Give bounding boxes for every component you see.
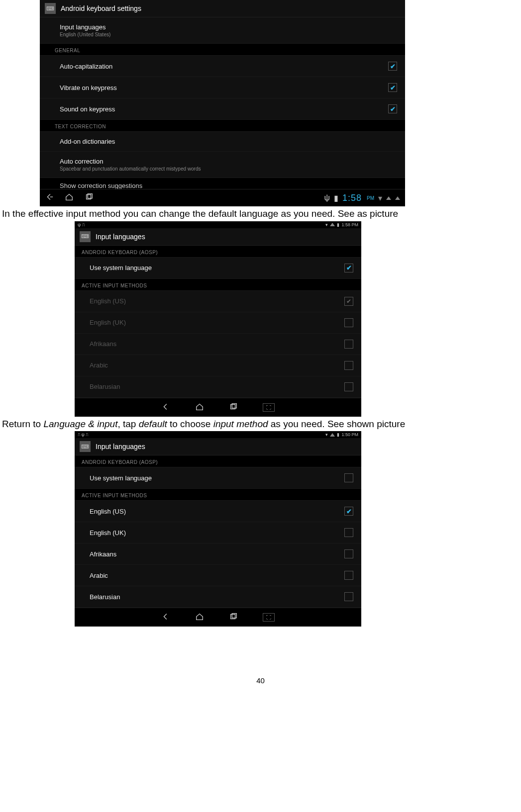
back-icon[interactable]	[45, 192, 54, 203]
show-sugg-label: Show correction suggestions	[60, 182, 142, 189]
row-vibrate[interactable]: Vibrate on keypress	[40, 77, 405, 98]
section-android-kb: ANDROID KEYBOARD (AOSP)	[75, 455, 361, 467]
row-lang-arabic[interactable]: Arabic	[75, 355, 361, 376]
signal-icon	[330, 223, 335, 226]
lang-checkbox[interactable]	[344, 592, 353, 601]
sound-label: Sound on keypress	[60, 105, 115, 113]
screenshot-input-languages: ⎍ ψ ⎍ ▾▮1:50 PM ⌨ Input languages ANDROI…	[75, 431, 361, 627]
row-lang-arabic[interactable]: Arabic	[75, 565, 361, 586]
titlebar: ⌨ Android keyboard settings	[40, 0, 405, 17]
row-auto-correction[interactable]: Auto correction Spacebar and punctuation…	[40, 152, 405, 178]
section-active-methods: ACTIVE INPUT METHODS	[75, 279, 361, 291]
row-auto-capitalization[interactable]: Auto-capitalization	[40, 56, 405, 77]
row-use-system-lang[interactable]: Use system language	[75, 258, 361, 279]
row-addon-dict[interactable]: Add-on dictionaries	[40, 132, 405, 152]
home-icon[interactable]	[195, 402, 204, 413]
lang-label: Arabic	[90, 572, 108, 579]
keyboard-icon: ⌨	[80, 231, 91, 242]
recents-icon[interactable]	[229, 612, 238, 623]
lang-label: Belarusian	[90, 593, 120, 601]
battery-icon: ▮	[334, 193, 338, 203]
autocorr-sub: Spacebar and punctuation automatically c…	[60, 166, 201, 172]
titlebar: ⌨ Input languages	[75, 228, 361, 246]
lang-label: English (US)	[90, 508, 126, 515]
t2-input-method: input method	[213, 419, 268, 429]
row-lang-en-uk[interactable]: English (UK)	[75, 522, 361, 543]
system-navbar: ψ ▮ 1:58PM ▾	[40, 189, 405, 206]
use-sys-checkbox[interactable]	[344, 264, 353, 272]
lang-checkbox[interactable]	[344, 318, 353, 327]
lang-label: Arabic	[90, 361, 108, 369]
clock-time: 1:58	[342, 193, 362, 203]
auto-cap-label: Auto-capitalization	[60, 63, 112, 70]
titlebar: ⌨ Input languages	[75, 438, 361, 455]
page-number: 40	[0, 676, 521, 685]
t2-default: default	[139, 419, 167, 429]
input-languages-sub: English (United States)	[60, 32, 110, 37]
home-icon[interactable]	[195, 612, 204, 623]
status-bar: ψ ⎍ ▾▮1:58 PM	[75, 221, 361, 228]
lang-label: English (US)	[90, 297, 126, 305]
t2d: as you need. See shown picture	[268, 419, 406, 429]
document-page: ⌨ Android keyboard settings Input langua…	[0, 0, 521, 715]
screenshot-input-languages-dim: ψ ⎍ ▾▮1:58 PM ⌨ Input languages ANDROID …	[75, 221, 361, 417]
screenshot-keyboard-settings: ⌨ Android keyboard settings Input langua…	[40, 0, 405, 206]
system-navbar: ⛶	[75, 608, 361, 627]
lang-checkbox[interactable]	[344, 549, 353, 558]
section-general: GENERAL	[40, 44, 405, 56]
recents-icon[interactable]	[85, 192, 94, 203]
lang-label: Afrikaans	[90, 550, 116, 558]
clock: 1:50 PM	[341, 432, 358, 437]
system-navbar: ⛶	[75, 398, 361, 417]
recents-icon[interactable]	[229, 402, 238, 413]
row-lang-en-us[interactable]: English (US)	[75, 291, 361, 312]
home-icon[interactable]	[65, 192, 74, 203]
clock-pm: PM	[367, 195, 374, 201]
row-show-suggestions-cut: Show correction suggestions	[40, 178, 405, 189]
body-text-1: In the effective input method you can ch…	[0, 206, 521, 221]
row-lang-belarusian[interactable]: Belarusian	[75, 586, 361, 608]
keyboard-icon: ⌨	[45, 3, 56, 14]
lang-checkbox[interactable]	[344, 361, 353, 370]
back-icon[interactable]	[161, 402, 170, 413]
screen-title: Input languages	[96, 233, 145, 241]
t2b: , tap	[117, 419, 138, 429]
screen-title: Android keyboard settings	[61, 4, 141, 12]
sound-checkbox[interactable]	[388, 104, 397, 113]
section-active-methods: ACTIVE INPUT METHODS	[75, 489, 361, 501]
lang-checkbox[interactable]	[344, 507, 353, 516]
use-sys-label: Use system language	[90, 474, 152, 482]
back-icon[interactable]	[161, 612, 170, 623]
wifi-icon: ▾	[325, 432, 328, 437]
lang-checkbox[interactable]	[344, 528, 353, 537]
auto-cap-checkbox[interactable]	[388, 62, 397, 71]
screen-title: Input languages	[96, 443, 145, 451]
t2c: to choose	[167, 419, 213, 429]
use-sys-checkbox[interactable]	[344, 473, 353, 482]
screenshot-icon[interactable]: ⛶	[263, 403, 275, 412]
lang-checkbox[interactable]	[344, 340, 353, 349]
lang-checkbox[interactable]	[344, 571, 353, 580]
clock: 1:58 PM	[341, 222, 358, 227]
vibrate-label: Vibrate on keypress	[60, 84, 117, 91]
lang-label: English (UK)	[90, 529, 126, 537]
signal-icon	[330, 433, 335, 437]
row-lang-en-uk[interactable]: English (UK)	[75, 312, 361, 334]
lang-label: Belarusian	[90, 383, 120, 390]
lang-checkbox[interactable]	[344, 382, 353, 391]
row-input-languages[interactable]: Input languages English (United States)	[40, 17, 405, 44]
section-android-kb: ANDROID KEYBOARD (AOSP)	[75, 246, 361, 258]
vibrate-checkbox[interactable]	[388, 83, 397, 92]
row-sound[interactable]: Sound on keypress	[40, 98, 405, 120]
signal-icon	[386, 196, 391, 200]
screenshot-icon[interactable]: ⛶	[263, 613, 275, 622]
t2-lang-input: Language & input	[43, 419, 117, 429]
row-lang-en-us[interactable]: English (US)	[75, 501, 361, 522]
lang-checkbox[interactable]	[344, 297, 353, 306]
row-lang-afrikaans[interactable]: Afrikaans	[75, 334, 361, 355]
wifi-icon: ▾	[325, 222, 328, 227]
row-lang-belarusian[interactable]: Belarusian	[75, 376, 361, 398]
body-text-2: Return to Language & input, tap default …	[0, 417, 521, 432]
row-use-system-lang[interactable]: Use system language	[75, 467, 361, 489]
row-lang-afrikaans[interactable]: Afrikaans	[75, 543, 361, 565]
